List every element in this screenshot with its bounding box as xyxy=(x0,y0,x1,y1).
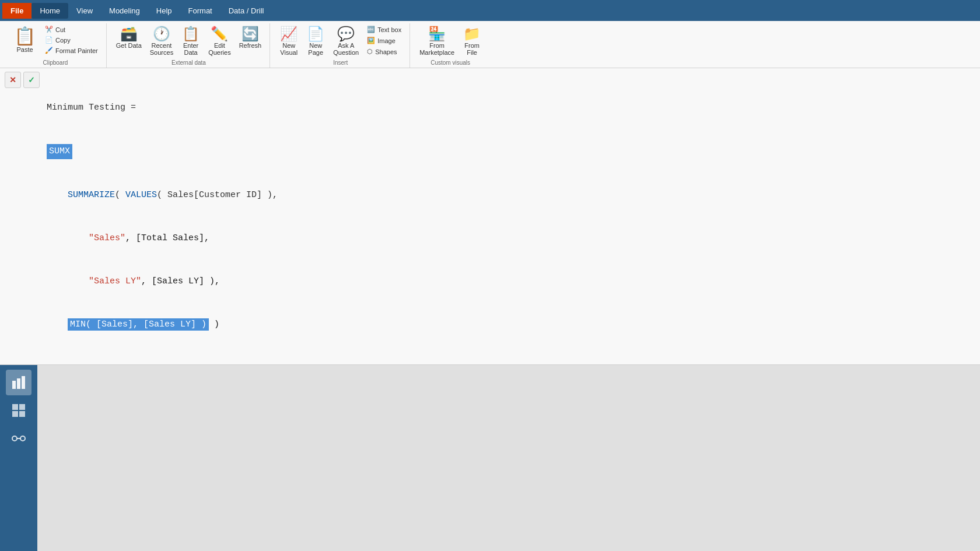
formula-line2: SUMMARIZE( VALUES( Sales[Customer ID] ), xyxy=(47,188,973,202)
menu-file[interactable]: File xyxy=(2,3,32,19)
ribbon-group-insert: 📈 NewVisual 📄 NewPage 💬 Ask AQuestion 🔤 xyxy=(271,23,410,68)
cut-button[interactable]: ✂️ Cut xyxy=(41,24,102,34)
text-box-icon: 🔤 xyxy=(367,26,375,33)
svg-point-7 xyxy=(12,436,17,441)
min-token: MIN( [Sales], [Sales LY] ) xyxy=(68,318,209,331)
shapes-button[interactable]: ⬡ Shapes xyxy=(363,47,405,57)
paste-icon: 📋 xyxy=(14,27,36,45)
copy-icon: 📄 xyxy=(45,36,53,44)
sidebar-data-icon[interactable] xyxy=(6,398,32,423)
get-data-label: Get Data xyxy=(116,42,142,49)
edit-queries-button[interactable]: ✏️ EditQueries xyxy=(205,24,235,58)
new-page-label: NewPage xyxy=(308,42,323,56)
svg-rect-1 xyxy=(17,378,20,389)
svg-rect-3 xyxy=(12,404,18,410)
sidebar-relationship-icon[interactable] xyxy=(6,426,32,451)
format-painter-icon: 🖌️ xyxy=(45,47,53,54)
enter-data-label: EnterData xyxy=(183,42,198,56)
text-box-button[interactable]: 🔤 Text box xyxy=(363,24,405,34)
sidebar-report-icon[interactable] xyxy=(6,370,32,395)
ask-question-icon: 💬 xyxy=(337,27,355,41)
canvas-area: Solving totals issues in with Complex DA… xyxy=(37,365,980,551)
main-container: Solving totals issues in with Complex DA… xyxy=(0,365,980,551)
ask-question-button[interactable]: 💬 Ask AQuestion xyxy=(330,24,362,58)
new-page-icon: 📄 xyxy=(307,27,324,41)
svg-point-8 xyxy=(20,436,25,441)
formula-cancel-button[interactable]: ✕ xyxy=(5,72,21,88)
text-box-label: Text box xyxy=(377,26,401,33)
svg-rect-5 xyxy=(12,411,18,417)
menu-modeling[interactable]: Modeling xyxy=(101,3,148,19)
image-label: Image xyxy=(377,37,396,44)
refresh-icon: 🔄 xyxy=(242,27,259,41)
format-painter-label: Format Painter xyxy=(55,47,98,54)
image-icon: 🖼️ xyxy=(367,37,375,44)
enter-data-button[interactable]: 📋 EnterData xyxy=(178,24,204,58)
edit-queries-icon: ✏️ xyxy=(211,27,228,41)
from-file-button[interactable]: 📁 FromFile xyxy=(459,24,485,58)
paste-button[interactable]: 📋 Paste xyxy=(9,24,40,55)
cut-label: Cut xyxy=(55,26,65,33)
menu-home[interactable]: Home xyxy=(32,3,68,19)
recent-sources-label: RecentSources xyxy=(150,42,173,56)
new-visual-label: NewVisual xyxy=(280,42,298,56)
copy-button[interactable]: 📄 Copy xyxy=(41,35,102,45)
svg-rect-0 xyxy=(12,381,16,389)
menu-help[interactable]: Help xyxy=(148,3,180,19)
ribbon-group-custom-visuals: 🏪 FromMarketplace 📁 FromFile Custom visu… xyxy=(411,23,489,68)
svg-rect-2 xyxy=(22,376,25,389)
ribbon: 📋 Paste ✂️ Cut 📄 Copy xyxy=(0,21,980,68)
menu-bar: File Home View Modeling Help Format Data… xyxy=(0,0,980,21)
sumx-token: SUMX xyxy=(47,144,72,159)
menu-data-drill[interactable]: Data / Drill xyxy=(220,3,272,19)
paste-label: Paste xyxy=(16,46,33,53)
from-marketplace-icon: 🏪 xyxy=(428,27,446,41)
get-data-button[interactable]: 🗃️ Get Data xyxy=(113,24,145,51)
copy-label: Copy xyxy=(55,37,71,44)
ribbon-group-external-data: 🗃️ Get Data 🕐 RecentSources 📋 EnterData … xyxy=(108,23,270,68)
formula-line3: "Sales", [Total Sales], xyxy=(47,231,973,245)
refresh-label: Refresh xyxy=(239,42,262,49)
formula-controls: ✕ ✓ xyxy=(5,71,40,88)
get-data-icon: 🗃️ xyxy=(120,27,138,41)
new-page-button[interactable]: 📄 NewPage xyxy=(303,24,328,58)
new-visual-button[interactable]: 📈 NewVisual xyxy=(276,24,302,58)
insert-label: Insert xyxy=(276,58,405,68)
cut-icon: ✂️ xyxy=(45,26,53,33)
recent-sources-icon: 🕐 xyxy=(153,27,170,41)
formula-bar: ✕ ✓ Minimum Testing = SUMX SUMMARIZE( VA… xyxy=(0,68,980,365)
formula-text[interactable]: Minimum Testing = SUMX SUMMARIZE( VALUES… xyxy=(44,71,975,362)
ask-question-label: Ask AQuestion xyxy=(333,42,359,56)
shapes-icon: ⬡ xyxy=(367,48,373,55)
recent-sources-button[interactable]: 🕐 RecentSources xyxy=(146,24,177,58)
from-file-label: FromFile xyxy=(464,42,480,56)
image-button[interactable]: 🖼️ Image xyxy=(363,36,405,45)
from-file-icon: 📁 xyxy=(463,27,481,41)
formula-line1: Minimum Testing = xyxy=(47,101,973,115)
external-data-label: External data xyxy=(113,58,265,68)
custom-visuals-label: Custom visuals xyxy=(416,58,485,68)
enter-data-icon: 📋 xyxy=(182,27,200,41)
from-marketplace-label: FromMarketplace xyxy=(419,42,454,56)
menu-format[interactable]: Format xyxy=(180,3,220,19)
formula-confirm-button[interactable]: ✓ xyxy=(23,72,40,88)
from-marketplace-button[interactable]: 🏪 FromMarketplace xyxy=(416,24,458,58)
formula-line5: MIN( [Sales], [Sales LY] ) ) xyxy=(47,318,973,332)
edit-queries-label: EditQueries xyxy=(208,42,231,56)
formula-line4: "Sales LY", [Sales LY] ), xyxy=(47,275,973,289)
new-visual-icon: 📈 xyxy=(280,27,298,41)
sidebar xyxy=(0,365,37,551)
formula-line-sumx: SUMX xyxy=(47,144,973,159)
clipboard-label: Clipboard xyxy=(9,58,102,68)
svg-rect-6 xyxy=(19,411,25,417)
format-painter-button[interactable]: 🖌️ Format Painter xyxy=(41,45,102,55)
menu-view[interactable]: View xyxy=(68,3,101,19)
refresh-button[interactable]: 🔄 Refresh xyxy=(236,24,265,51)
content-area: Solving totals issues in with Complex DA… xyxy=(37,365,980,551)
shapes-label: Shapes xyxy=(375,48,397,55)
ribbon-group-clipboard: 📋 Paste ✂️ Cut 📄 Copy xyxy=(5,23,107,68)
svg-rect-4 xyxy=(19,404,25,410)
